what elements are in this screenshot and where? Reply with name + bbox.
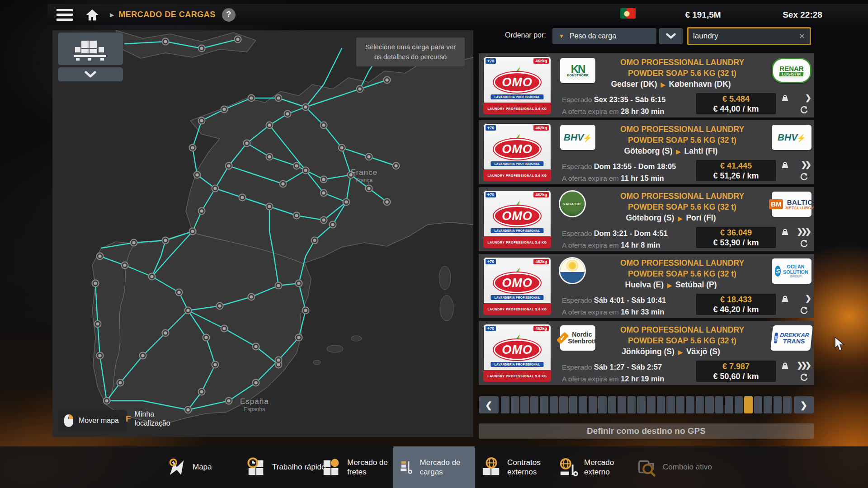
cargo-price-box: € 41.445 € 51,26 / km xyxy=(696,160,776,181)
nav-cargo-market[interactable]: Mercado de cargas xyxy=(393,446,475,488)
sender-logo: SAG&TRE xyxy=(560,192,585,216)
page-segment-active[interactable] xyxy=(744,396,753,413)
page-segment[interactable] xyxy=(657,396,665,413)
cargo-price: € 36.049 xyxy=(696,228,776,238)
page-segment[interactable] xyxy=(696,396,704,413)
clock-grid-icon xyxy=(246,457,267,478)
page-prev-button[interactable]: ❮ xyxy=(479,396,499,413)
page-segment[interactable] xyxy=(598,396,607,413)
omo-logo: OMO xyxy=(494,139,541,160)
cargo-offer-row[interactable]: +70 462kg OMO LAVANDERIA PROFISSIONAL LA… xyxy=(479,53,814,117)
sort-expand-button[interactable] xyxy=(659,28,683,44)
key-hint-f: F xyxy=(126,414,131,424)
route-map[interactable]: France França España Espanha Selecione u… xyxy=(52,30,473,437)
page-segment[interactable] xyxy=(637,396,646,413)
cargo-route: Jönköping (S)▶Växjö (S) xyxy=(574,347,768,357)
cargo-offer-row[interactable]: +70 462kg OMO LAVANDERIA PROFISSIONAL LA… xyxy=(479,120,814,184)
cargo-price: € 41.445 xyxy=(696,161,776,171)
cargo-price-box: € 36.049 € 53,90 / km xyxy=(696,227,776,248)
page-segment[interactable] xyxy=(647,396,656,413)
cargo-product-image: +70 462kg OMO LAVANDERIA PROFISSIONAL LA… xyxy=(481,55,553,116)
cargo-price: € 5.484 xyxy=(696,94,776,104)
nav-map[interactable]: Mapa xyxy=(161,446,217,488)
route-arrow-icon: ▶ xyxy=(674,215,686,222)
page-segment[interactable] xyxy=(589,396,597,413)
cargo-offer-row[interactable]: +70 462kg OMO LAVANDERIA PROFISSIONAL LA… xyxy=(479,321,814,385)
globe-pallet-icon xyxy=(558,457,579,478)
page-segment[interactable] xyxy=(608,396,617,413)
page-segment[interactable] xyxy=(569,396,578,413)
page-segment[interactable] xyxy=(618,396,626,413)
page-segment[interactable] xyxy=(530,396,539,413)
set-gps-destination-button[interactable]: Definir como destino no GPS xyxy=(479,423,814,439)
cargo-route: Gedser (DK)▶København (DK) xyxy=(574,80,768,89)
cargo-title: OMO PROFESSIONAL LAUNDRYPOWDER SOAP 5.6 … xyxy=(594,258,770,279)
page-segment[interactable] xyxy=(715,396,724,413)
sort-triangle-icon: ▼ xyxy=(559,33,564,39)
home-icon[interactable] xyxy=(85,8,100,22)
page-segment[interactable] xyxy=(511,396,519,413)
sort-dropdown[interactable]: ▼ Peso da carga xyxy=(552,28,656,44)
page-segment[interactable] xyxy=(774,396,782,413)
page-segment[interactable] xyxy=(501,396,509,413)
circular-arrow-icon xyxy=(800,373,808,384)
chevron-down-icon xyxy=(665,33,676,39)
page-segment[interactable] xyxy=(550,396,558,413)
sort-selected-value: Peso da carga xyxy=(570,32,616,40)
page-segment[interactable] xyxy=(627,396,636,413)
weight-icon xyxy=(781,228,789,238)
page-segment[interactable] xyxy=(559,396,568,413)
map-graphic xyxy=(52,30,473,437)
page-segment[interactable] xyxy=(520,396,529,413)
route-arrow-icon: ▶ xyxy=(657,81,669,88)
nav-external-market[interactable]: Mercado externo xyxy=(552,446,644,488)
cargo-search-box[interactable]: ✕ xyxy=(687,27,811,45)
recipient-logo: SOCEAN SOLUTIONGROUP xyxy=(772,258,811,284)
page-segment[interactable] xyxy=(725,396,733,413)
page-segment[interactable] xyxy=(579,396,587,413)
cargo-price-per-km: € 46,20 / km xyxy=(696,305,776,315)
page-segment[interactable] xyxy=(686,396,694,413)
search-input[interactable] xyxy=(689,32,799,41)
nav-active-convoy[interactable]: Comboio ativo xyxy=(631,446,717,488)
map-pin-icon xyxy=(166,457,187,478)
page-segment[interactable] xyxy=(676,396,685,413)
recipient-logo: RENARLOGISTIK xyxy=(772,58,811,83)
menu-icon[interactable] xyxy=(57,9,73,21)
cargo-product-image: +70 462kg OMO LAVANDERIA PROFISSIONAL LA… xyxy=(481,256,553,316)
cargo-offer-row[interactable]: +70 462kg OMO LAVANDERIA PROFISSIONAL LA… xyxy=(479,187,814,251)
clear-search-icon[interactable]: ✕ xyxy=(799,32,810,41)
cargo-price-per-km: € 44,00 / km xyxy=(696,104,776,114)
page-segment[interactable] xyxy=(764,396,772,413)
cargo-flags: ❯❯ xyxy=(778,160,810,183)
cargo-times: Esperado Sáb 4:01 - Sáb 10:41 A oferta e… xyxy=(562,295,666,318)
page-segment[interactable] xyxy=(666,396,675,413)
circular-arrow-icon xyxy=(800,173,808,183)
page-segments[interactable] xyxy=(501,396,792,413)
top-bar: ▶ MERCADO DE CARGAS ? € 191,5M Sex 22:28 xyxy=(47,4,868,25)
help-icon[interactable]: ? xyxy=(222,8,236,22)
cargo-view-button[interactable] xyxy=(58,33,123,65)
pagination: ❮ ❯ xyxy=(479,396,814,413)
page-next-button[interactable]: ❯ xyxy=(794,396,814,413)
page-segment[interactable] xyxy=(754,396,763,413)
sort-label: Ordenar por: xyxy=(505,31,546,39)
move-map-control[interactable]: Mover mapa xyxy=(58,410,127,432)
cargo-price-per-km: € 51,26 / km xyxy=(696,171,776,181)
cargo-flags: ❯ xyxy=(778,93,810,116)
page-segment[interactable] xyxy=(705,396,714,413)
my-location-control[interactable]: F Minha localização xyxy=(126,410,178,428)
route-arrow-icon: ▶ xyxy=(673,148,684,155)
cargo-price-box: € 18.433 € 46,20 / km xyxy=(696,294,776,315)
player-money: € 191,5M xyxy=(653,10,753,20)
cargo-offer-row[interactable]: +70 462kg OMO LAVANDERIA PROFISSIONAL LA… xyxy=(479,254,814,318)
omo-logo: OMO xyxy=(494,272,541,293)
cargo-flags: ❯ xyxy=(778,294,810,316)
page-segment[interactable] xyxy=(783,396,792,413)
breadcrumb-arrow-icon: ▶ xyxy=(110,12,114,18)
chevron-down-icon xyxy=(84,71,97,78)
page-segment[interactable] xyxy=(735,396,743,413)
page-segment[interactable] xyxy=(540,396,548,413)
cargo-price-per-km: € 50,60 / km xyxy=(696,372,776,382)
collapse-panel-button[interactable] xyxy=(58,67,123,81)
